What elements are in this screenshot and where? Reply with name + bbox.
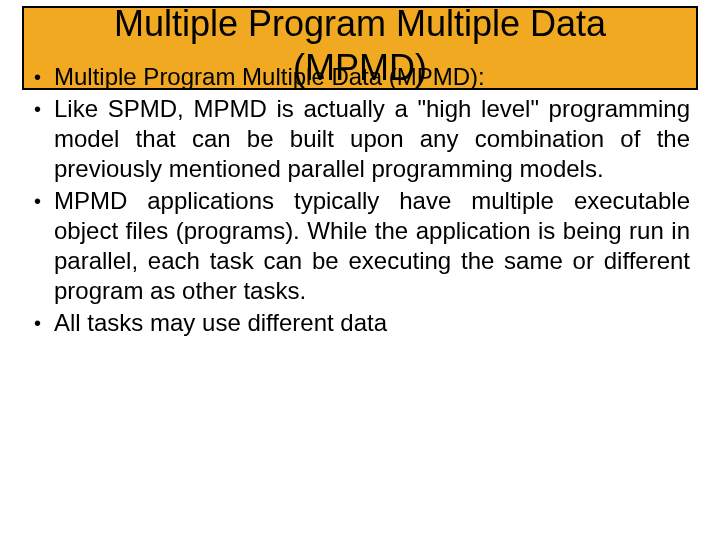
bullet-item: MPMD applications typically have multipl… [30, 186, 690, 306]
bullet-text: All tasks may use different data [54, 309, 387, 336]
slide-title: Multiple Program Multiple Data (MPMD) [0, 2, 720, 90]
title-line-1: Multiple Program Multiple Data [114, 3, 606, 44]
bullet-item: Like SPMD, MPMD is actually a "high leve… [30, 94, 690, 184]
bullet-item: All tasks may use different data [30, 308, 690, 338]
slide: Multiple Program Multiple Data (MPMD) Mu… [0, 0, 720, 540]
bullet-text: MPMD applications typically have multipl… [54, 187, 690, 304]
bullet-text: Like SPMD, MPMD is actually a "high leve… [54, 95, 690, 182]
content-area: Multiple Program Multiple Data (MPMD): L… [30, 62, 690, 340]
bullet-list: Multiple Program Multiple Data (MPMD): L… [30, 62, 690, 338]
title-line-2: (MPMD) [293, 47, 427, 88]
